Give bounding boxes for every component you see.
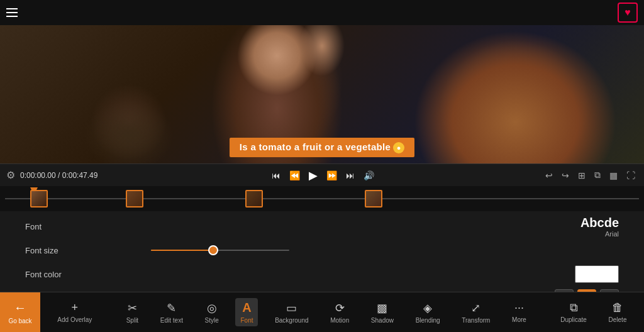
font-preview[interactable]: Abcde Arial — [580, 216, 619, 238]
step-back-button[interactable]: ⏪ — [287, 169, 303, 182]
bottom-toolbar: ← Go back + Add Overlay ✂ Split ✎ Edit t… — [0, 292, 644, 332]
top-bar: ♥ — [0, 0, 644, 25]
skip-to-end-button[interactable]: ⏭ — [343, 169, 357, 182]
motion-label: Motion — [330, 317, 349, 324]
font-color-label: Font color — [25, 270, 151, 279]
video-frame: Is a tomato a fruit or a vegetable● — [0, 25, 644, 163]
play-button[interactable]: ▶ — [306, 167, 320, 184]
timeline-controls: ⚙ 0:00:00.00 / 0:00:47.49 ⏮ ⏪ ▶ ⏩ ⏭ 🔊 ↩ … — [0, 163, 644, 186]
blending-icon: ◈ — [423, 301, 432, 315]
font-size-row: Font size — [25, 240, 619, 260]
toolbar-background[interactable]: ▭ Background — [270, 299, 313, 326]
font-color-picker[interactable] — [575, 265, 619, 283]
undo-button[interactable]: ↩ — [543, 169, 555, 182]
track-thumbnail-3[interactable] — [245, 190, 263, 208]
toolbar-style[interactable]: ◎ Style — [200, 299, 224, 326]
shadow-icon: ▩ — [377, 301, 387, 315]
background-icon: ▭ — [286, 301, 297, 315]
more-icon: ··· — [514, 301, 524, 314]
heart-icon: ♥ — [625, 7, 631, 18]
font-row: Font Abcde Arial — [25, 216, 619, 236]
font-color-row: Font color — [25, 264, 619, 284]
add-overlay-label: Add Overlay — [57, 316, 92, 323]
font-icon: A — [242, 301, 251, 315]
transform-icon: ⤢ — [471, 301, 480, 315]
split-icon: ✂ — [128, 301, 137, 315]
go-back-label: Go back — [8, 318, 31, 324]
edit-text-label: Edit text — [160, 317, 183, 324]
grid-button[interactable]: ⊞ — [575, 169, 588, 182]
duplicate-label: Duplicate — [560, 316, 587, 323]
time-display: 0:00:00.00 / 0:00:47.49 — [20, 171, 97, 180]
duplicate-icon: ⧉ — [570, 301, 578, 314]
timeline-track[interactable] — [0, 186, 644, 211]
layout-button[interactable]: ▦ — [607, 169, 620, 182]
toolbar-more[interactable]: ··· More — [507, 299, 531, 326]
properties-panel: Font Abcde Arial Font size Font color Al… — [0, 211, 644, 292]
track-thumbnail-1[interactable] — [30, 190, 48, 208]
blending-label: Blending — [416, 317, 440, 324]
copy-button[interactable]: ⧉ — [592, 169, 603, 182]
step-forward-button[interactable]: ⏩ — [324, 169, 340, 182]
subtitle-emoji: ● — [393, 142, 404, 153]
toolbar-transform[interactable]: ⤢ Transform — [457, 299, 495, 326]
font-value: Abcde Arial — [151, 216, 619, 238]
toolbar-add-overlay[interactable]: + Add Overlay — [52, 299, 97, 326]
font-label: Font — [25, 222, 151, 231]
toolbar-shadow[interactable]: ▩ Shadow — [366, 299, 399, 326]
playback-controls: ⏮ ⏪ ▶ ⏩ ⏭ 🔊 — [108, 167, 538, 184]
volume-button[interactable]: 🔊 — [361, 169, 377, 182]
edit-text-icon: ✎ — [167, 301, 176, 315]
skip-to-start-button[interactable]: ⏮ — [269, 169, 283, 182]
toolbar-font[interactable]: A Font — [235, 298, 258, 326]
shadow-label: Shadow — [371, 317, 394, 324]
toolbar-motion[interactable]: ⟳ Motion — [325, 299, 354, 326]
video-preview: Is a tomato a fruit or a vegetable● — [0, 25, 644, 163]
slider-thumb[interactable] — [208, 245, 218, 255]
go-back-button[interactable]: ← Go back — [0, 292, 40, 332]
font-size-label: Font size — [25, 246, 151, 255]
background-label: Background — [275, 317, 308, 324]
font-size-value — [151, 245, 619, 255]
toolbar-split[interactable]: ✂ Split — [121, 299, 143, 326]
track-thumbnail-4[interactable] — [365, 190, 382, 208]
toolbar-edit-text[interactable]: ✎ Edit text — [155, 299, 188, 326]
toolbar-delete[interactable]: 🗑 Delete — [604, 299, 632, 326]
heart-button[interactable]: ♥ — [618, 3, 638, 23]
slider-track — [151, 250, 289, 251]
more-label: More — [512, 316, 526, 323]
transform-label: Transform — [462, 317, 490, 324]
menu-button[interactable] — [6, 8, 18, 17]
toolbar-blending[interactable]: ◈ Blending — [411, 299, 445, 326]
split-label: Split — [126, 317, 138, 324]
fullscreen-button[interactable]: ⛶ — [624, 169, 638, 182]
settings-icon[interactable]: ⚙ — [6, 169, 15, 181]
delete-icon: 🗑 — [612, 301, 623, 314]
font-type: Arial — [605, 230, 619, 238]
font-label-toolbar: Font — [240, 317, 253, 324]
font-name-preview: Abcde — [580, 216, 619, 230]
subtitle-overlay: Is a tomato a fruit or a vegetable● — [230, 138, 414, 157]
style-icon: ◎ — [207, 301, 217, 315]
subtitle-text: Is a tomato a fruit or a vegetable — [240, 141, 391, 152]
add-overlay-icon: + — [72, 301, 79, 314]
toolbar-duplicate[interactable]: ⧉ Duplicate — [555, 299, 592, 326]
motion-icon: ⟳ — [335, 301, 345, 315]
delete-label: Delete — [609, 316, 627, 323]
font-color-value — [151, 265, 619, 283]
slider-fill — [151, 250, 213, 251]
right-controls: ↩ ↪ ⊞ ⧉ ▦ ⛶ — [543, 169, 638, 182]
font-size-slider[interactable] — [151, 245, 289, 255]
redo-button[interactable]: ↪ — [559, 169, 572, 182]
track-thumbnail-2[interactable] — [126, 190, 143, 208]
track-line — [5, 198, 639, 199]
toolbar-items: + Add Overlay ✂ Split ✎ Edit text ◎ Styl… — [40, 292, 644, 332]
style-label: Style — [205, 317, 219, 324]
back-arrow-icon: ← — [14, 301, 26, 315]
